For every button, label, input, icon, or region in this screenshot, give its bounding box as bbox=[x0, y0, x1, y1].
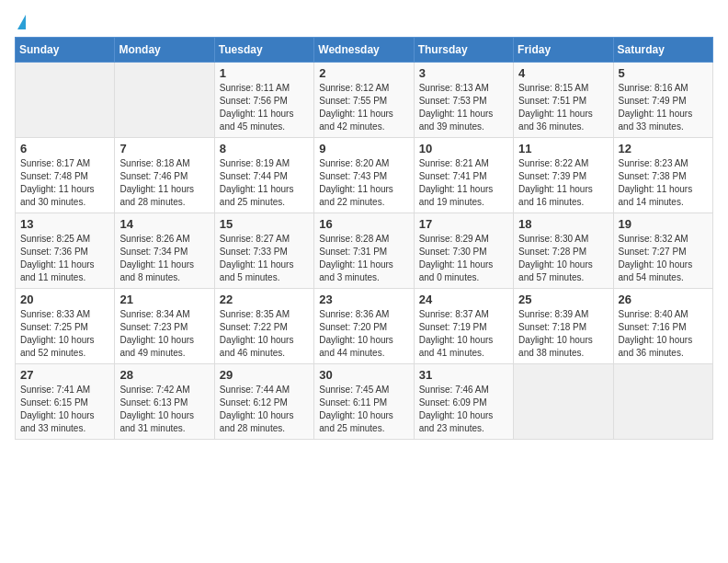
day-number: 19 bbox=[619, 217, 708, 231]
cell-text: Sunrise: 7:44 AMSunset: 6:12 PMDaylight:… bbox=[220, 384, 309, 435]
cell-text: Sunrise: 8:36 AMSunset: 7:20 PMDaylight:… bbox=[319, 308, 408, 360]
weekday-header-monday: Monday bbox=[115, 38, 214, 63]
calendar-header: SundayMondayTuesdayWednesdayThursdayFrid… bbox=[16, 38, 713, 63]
cell-text: Sunrise: 7:46 AMSunset: 6:09 PMDaylight:… bbox=[419, 384, 508, 435]
day-number: 23 bbox=[319, 293, 408, 306]
cell-text: Sunrise: 8:28 AMSunset: 7:31 PMDaylight:… bbox=[319, 233, 408, 284]
day-number: 12 bbox=[619, 142, 708, 155]
calendar-cell: 1Sunrise: 8:11 AMSunset: 7:56 PMDaylight… bbox=[214, 63, 313, 138]
calendar-cell: 23Sunrise: 8:36 AMSunset: 7:20 PMDayligh… bbox=[314, 289, 414, 364]
cell-text: Sunrise: 8:40 AMSunset: 7:16 PMDaylight:… bbox=[619, 308, 708, 360]
weekday-header-saturday: Saturday bbox=[613, 38, 712, 63]
calendar-cell: 20Sunrise: 8:33 AMSunset: 7:25 PMDayligh… bbox=[16, 289, 115, 364]
calendar-cell: 25Sunrise: 8:39 AMSunset: 7:18 PMDayligh… bbox=[514, 289, 613, 364]
day-number: 7 bbox=[119, 142, 209, 155]
calendar-cell: 12Sunrise: 8:23 AMSunset: 7:38 PMDayligh… bbox=[613, 138, 712, 213]
day-number: 5 bbox=[619, 66, 708, 80]
calendar-cell: 31Sunrise: 7:46 AMSunset: 6:09 PMDayligh… bbox=[414, 364, 513, 440]
cell-text: Sunrise: 8:33 AMSunset: 7:25 PMDaylight:… bbox=[20, 308, 109, 360]
calendar-cell: 10Sunrise: 8:21 AMSunset: 7:41 PMDayligh… bbox=[414, 138, 513, 213]
day-number: 11 bbox=[518, 142, 608, 155]
day-number: 8 bbox=[220, 142, 309, 155]
day-number: 20 bbox=[20, 293, 109, 306]
weekday-header-sunday: Sunday bbox=[16, 38, 115, 63]
weekday-header-friday: Friday bbox=[514, 38, 613, 63]
calendar-cell: 29Sunrise: 7:44 AMSunset: 6:12 PMDayligh… bbox=[214, 364, 313, 440]
calendar-cell: 15Sunrise: 8:27 AMSunset: 7:33 PMDayligh… bbox=[214, 213, 313, 289]
calendar-cell: 7Sunrise: 8:18 AMSunset: 7:46 PMDaylight… bbox=[115, 138, 214, 213]
calendar-cell: 19Sunrise: 8:32 AMSunset: 7:27 PMDayligh… bbox=[613, 213, 712, 289]
weekday-header-thursday: Thursday bbox=[414, 38, 513, 63]
day-number: 15 bbox=[220, 217, 309, 231]
calendar-cell: 9Sunrise: 8:20 AMSunset: 7:43 PMDaylight… bbox=[314, 138, 414, 213]
calendar-cell: 2Sunrise: 8:12 AMSunset: 7:55 PMDaylight… bbox=[314, 63, 414, 138]
day-number: 10 bbox=[419, 142, 508, 155]
calendar-cell: 14Sunrise: 8:26 AMSunset: 7:34 PMDayligh… bbox=[115, 213, 214, 289]
calendar-cell: 22Sunrise: 8:35 AMSunset: 7:22 PMDayligh… bbox=[214, 289, 313, 364]
day-number: 1 bbox=[220, 66, 309, 80]
calendar-body: 1Sunrise: 8:11 AMSunset: 7:56 PMDaylight… bbox=[16, 63, 713, 440]
weekday-header-wednesday: Wednesday bbox=[314, 38, 414, 63]
day-number: 22 bbox=[220, 293, 309, 306]
calendar-cell: 4Sunrise: 8:15 AMSunset: 7:51 PMDaylight… bbox=[514, 63, 613, 138]
cell-text: Sunrise: 8:29 AMSunset: 7:30 PMDaylight:… bbox=[419, 233, 508, 284]
cell-text: Sunrise: 8:16 AMSunset: 7:49 PMDaylight:… bbox=[619, 82, 708, 133]
cell-text: Sunrise: 8:11 AMSunset: 7:56 PMDaylight:… bbox=[220, 82, 309, 133]
day-number: 29 bbox=[220, 368, 309, 382]
calendar-cell: 21Sunrise: 8:34 AMSunset: 7:23 PMDayligh… bbox=[115, 289, 214, 364]
calendar-week-5: 27Sunrise: 7:41 AMSunset: 6:15 PMDayligh… bbox=[16, 364, 713, 440]
cell-text: Sunrise: 7:41 AMSunset: 6:15 PMDaylight:… bbox=[20, 384, 109, 435]
cell-text: Sunrise: 8:32 AMSunset: 7:27 PMDaylight:… bbox=[619, 233, 708, 284]
calendar-cell bbox=[514, 364, 613, 440]
calendar-cell: 8Sunrise: 8:19 AMSunset: 7:44 PMDaylight… bbox=[214, 138, 313, 213]
calendar-cell bbox=[613, 364, 712, 440]
day-number: 21 bbox=[119, 293, 209, 306]
cell-text: Sunrise: 8:25 AMSunset: 7:36 PMDaylight:… bbox=[20, 233, 109, 284]
day-number: 26 bbox=[619, 293, 708, 306]
cell-text: Sunrise: 8:13 AMSunset: 7:53 PMDaylight:… bbox=[419, 82, 508, 133]
calendar-cell: 6Sunrise: 8:17 AMSunset: 7:48 PMDaylight… bbox=[16, 138, 115, 213]
day-number: 28 bbox=[119, 368, 209, 382]
weekday-header-tuesday: Tuesday bbox=[214, 38, 313, 63]
day-number: 6 bbox=[20, 142, 109, 155]
cell-text: Sunrise: 8:20 AMSunset: 7:43 PMDaylight:… bbox=[319, 157, 408, 209]
day-number: 17 bbox=[419, 217, 508, 231]
day-number: 30 bbox=[319, 368, 408, 382]
day-number: 9 bbox=[319, 142, 408, 155]
calendar-cell: 18Sunrise: 8:30 AMSunset: 7:28 PMDayligh… bbox=[514, 213, 613, 289]
cell-text: Sunrise: 8:39 AMSunset: 7:18 PMDaylight:… bbox=[518, 308, 608, 360]
day-number: 16 bbox=[319, 217, 408, 231]
cell-text: Sunrise: 8:23 AMSunset: 7:38 PMDaylight:… bbox=[619, 157, 708, 209]
cell-text: Sunrise: 8:21 AMSunset: 7:41 PMDaylight:… bbox=[419, 157, 508, 209]
calendar-cell: 24Sunrise: 8:37 AMSunset: 7:19 PMDayligh… bbox=[414, 289, 513, 364]
cell-text: Sunrise: 8:35 AMSunset: 7:22 PMDaylight:… bbox=[220, 308, 309, 360]
calendar-cell: 26Sunrise: 8:40 AMSunset: 7:16 PMDayligh… bbox=[613, 289, 712, 364]
cell-text: Sunrise: 8:34 AMSunset: 7:23 PMDaylight:… bbox=[119, 308, 209, 360]
day-number: 2 bbox=[319, 66, 408, 80]
cell-text: Sunrise: 8:19 AMSunset: 7:44 PMDaylight:… bbox=[220, 157, 309, 209]
cell-text: Sunrise: 8:22 AMSunset: 7:39 PMDaylight:… bbox=[518, 157, 608, 209]
day-number: 18 bbox=[518, 217, 608, 231]
calendar-cell: 28Sunrise: 7:42 AMSunset: 6:13 PMDayligh… bbox=[115, 364, 214, 440]
logo bbox=[15, 15, 26, 28]
cell-text: Sunrise: 8:30 AMSunset: 7:28 PMDaylight:… bbox=[518, 233, 608, 284]
calendar-cell: 17Sunrise: 8:29 AMSunset: 7:30 PMDayligh… bbox=[414, 213, 513, 289]
cell-text: Sunrise: 8:17 AMSunset: 7:48 PMDaylight:… bbox=[20, 157, 109, 209]
calendar-cell: 3Sunrise: 8:13 AMSunset: 7:53 PMDaylight… bbox=[414, 63, 513, 138]
cell-text: Sunrise: 8:12 AMSunset: 7:55 PMDaylight:… bbox=[319, 82, 408, 133]
calendar-week-2: 6Sunrise: 8:17 AMSunset: 7:48 PMDaylight… bbox=[16, 138, 713, 213]
day-number: 24 bbox=[419, 293, 508, 306]
calendar-cell: 13Sunrise: 8:25 AMSunset: 7:36 PMDayligh… bbox=[16, 213, 115, 289]
calendar-cell: 30Sunrise: 7:45 AMSunset: 6:11 PMDayligh… bbox=[314, 364, 414, 440]
calendar-cell: 16Sunrise: 8:28 AMSunset: 7:31 PMDayligh… bbox=[314, 213, 414, 289]
cell-text: Sunrise: 7:42 AMSunset: 6:13 PMDaylight:… bbox=[119, 384, 209, 435]
day-number: 25 bbox=[518, 293, 608, 306]
day-number: 4 bbox=[518, 66, 608, 80]
calendar-cell bbox=[115, 63, 214, 138]
day-number: 3 bbox=[419, 66, 508, 80]
day-number: 31 bbox=[419, 368, 508, 382]
cell-text: Sunrise: 8:15 AMSunset: 7:51 PMDaylight:… bbox=[518, 82, 608, 133]
cell-text: Sunrise: 8:18 AMSunset: 7:46 PMDaylight:… bbox=[119, 157, 209, 209]
cell-text: Sunrise: 8:37 AMSunset: 7:19 PMDaylight:… bbox=[419, 308, 508, 360]
calendar-cell: 11Sunrise: 8:22 AMSunset: 7:39 PMDayligh… bbox=[514, 138, 613, 213]
